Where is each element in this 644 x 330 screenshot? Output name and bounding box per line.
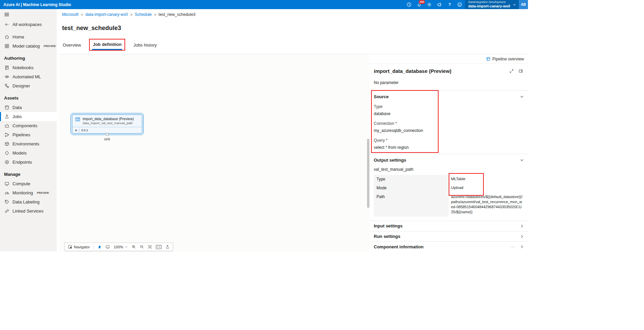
input-settings-section[interactable]: Input settings [370,221,528,231]
expand-diagonal-icon[interactable] [509,68,514,74]
table-component-icon [75,117,80,122]
sidebar-item-label: Linked Services [12,209,44,214]
settings-gear-icon[interactable] [424,0,435,9]
zoom-out-button[interactable] [140,245,144,249]
topbar-actions: 100 ? DataIntegration Development data-i… [404,0,528,9]
sidebar-item-data-labeling[interactable]: Data Labeling [0,197,57,207]
chevron-down-icon [520,95,524,99]
output-path-label: Path [374,192,449,217]
navigator-toggle[interactable]: Navigator [68,245,90,249]
sidebar-item-compute[interactable]: Compute [0,179,57,188]
sidebar-item-designer[interactable]: Designer [0,81,57,90]
feedback-smiley-icon[interactable] [455,0,465,9]
zoom-out-icon [140,245,144,249]
sidebar-item-data[interactable]: Data [0,103,57,112]
breadcrumb-separator: > [154,12,156,17]
panel-title-actions [509,68,524,74]
avatar[interactable]: AB [519,0,528,9]
top-app-bar: Azure AI | Machine Learning Studio 100 ? [0,0,528,9]
help-icon[interactable]: ? [445,0,455,9]
breadcrumb-schedule[interactable]: Schedule [135,12,152,17]
node-header: import_data_database (Preview) data_impo… [72,115,142,127]
workspace-selector[interactable]: DataIntegration Development data-import-… [465,0,519,9]
zoom-in-button[interactable] [132,245,136,249]
left-nav: All workspaces Home Model catalog PREVIE… [0,9,57,251]
notifications-bell-icon[interactable]: 100 [414,0,424,9]
sidebar-item-monitoring[interactable]: Monitoring PREVIEW [0,188,57,197]
breadcrumb: Microsoft > data-import-canary-ws0 > Sch… [57,9,528,17]
sidebar-item-label: Automated ML [12,74,41,79]
directory-name: DataIntegration Development [468,1,510,4]
sidebar-item-linked-services[interactable]: Linked Services [0,207,57,216]
node-version-row: v 0.0.1 [72,127,142,133]
node-port-label: sink [72,137,142,141]
breadcrumb-workspace[interactable]: data-import-canary-ws0 [85,12,128,17]
pipeline-node-import-data[interactable]: import_data_database (Preview) data_impo… [72,114,142,134]
annotation-box-job-definition-tab: Job definition [89,39,125,51]
compute-monitor-icon [4,181,9,187]
preview-badge: PREVIEW [43,45,57,48]
sidebar-item-automated-ml[interactable]: Automated ML [0,72,57,81]
history-clock-icon[interactable] [404,0,414,9]
pan-hand-tool[interactable] [97,245,102,249]
component-information-section[interactable]: Component information ··· [370,241,528,252]
screenshot-tool[interactable] [106,245,110,249]
back-label: All workspaces [12,22,42,27]
screen-icon [106,245,110,249]
output-path-value: azureml://datastores/${{default_datastor… [449,192,524,217]
more-options-icon[interactable]: ··· [510,244,515,249]
sidebar-item-models[interactable]: Models [0,148,57,158]
no-parameter-text: No parameter [370,74,528,90]
page-title: test_new_schedule3 [57,21,528,32]
graph-view-button[interactable] [165,245,170,249]
monitoring-gauge-icon [4,190,9,196]
breadcrumb-microsoft[interactable]: Microsoft [62,12,79,17]
version-number: 0.0.1 [81,129,88,132]
output-type-value: MLTable [449,175,524,184]
sidebar-item-jobs[interactable]: Jobs [0,112,57,121]
navigator-label: Navigator [74,245,90,249]
run-settings-section[interactable]: Run settings [370,231,528,242]
sidebar-item-pipelines[interactable]: Pipelines [0,130,57,139]
output-type-label: Type [374,175,449,184]
input-settings-heading: Input settings [374,223,402,228]
output-table: Type MLTable Mode Upload Path azureml://… [374,175,524,217]
sidebar-item-home[interactable]: Home [0,32,57,42]
source-connection-value: my_azuresqldb_connection [374,128,524,133]
endpoint-target-icon [4,160,9,165]
pipeline-branch-icon [4,132,9,138]
zoom-level-dropdown[interactable]: 100% [114,245,128,249]
sidebar-item-components[interactable]: Components [0,121,57,130]
source-query-label: Query * [374,138,524,143]
version-prefix: v [75,129,77,132]
back-all-workspaces[interactable]: All workspaces [0,20,57,29]
zoom-actual-size-button[interactable]: 1:1 [156,245,161,249]
node-title: import_data_database (Preview) [83,117,134,121]
sidebar-item-label: Environments [12,141,39,146]
sidebar-item-model-catalog[interactable]: Model catalog PREVIEW [0,42,57,51]
node-output-port[interactable] [106,133,109,136]
sidebar-item-environments[interactable]: Environments [0,139,57,148]
output-settings-header[interactable]: Output settings [374,158,524,163]
pipeline-canvas[interactable]: import_data_database (Preview) data_impo… [59,54,370,252]
pipeline-overview-link[interactable]: Pipeline overview [486,57,524,61]
sidebar-item-notebooks[interactable]: Notebooks [0,63,57,72]
source-section-header[interactable]: Source [374,94,524,99]
sidebar-item-label: Components [12,123,37,128]
version-divider [79,129,79,132]
tab-job-definition[interactable]: Job definition [92,40,122,50]
source-type-value: database [374,111,524,116]
tab-overview[interactable]: Overview [62,41,82,51]
app-window: Azure AI | Machine Learning Studio 100 ? [0,0,528,251]
sidebar-item-endpoints[interactable]: Endpoints [0,158,57,167]
sidebar-item-label: Model catalog [12,44,40,49]
open-panel-icon[interactable] [518,68,524,74]
announcements-megaphone-icon[interactable] [435,0,445,9]
tab-bar: Overview Job definition Jobs history [57,36,528,51]
sidebar-item-label: Compute [12,181,30,186]
sidebar-section-manage: Manage [0,167,57,179]
canvas-vertical-scrollbar[interactable] [367,139,369,208]
tab-jobs-history[interactable]: Jobs history [133,41,157,51]
hamburger-menu-icon[interactable] [0,9,57,20]
fit-to-screen-button[interactable] [148,245,152,249]
